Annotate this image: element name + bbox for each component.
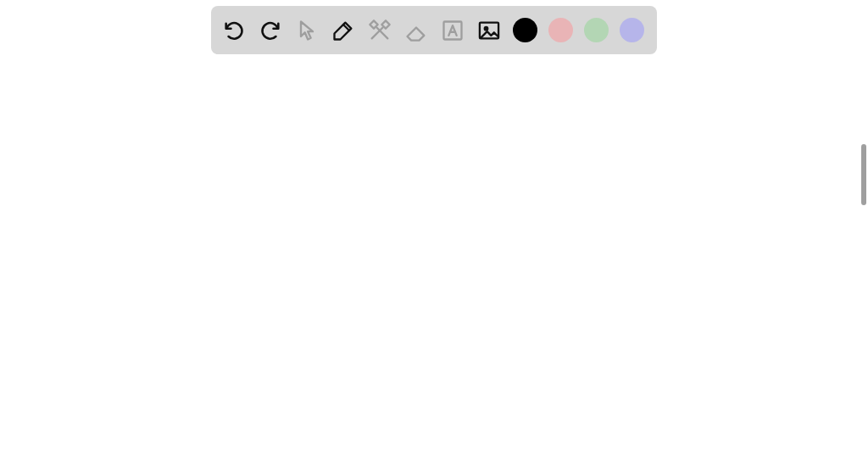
cursor-tool-button[interactable] bbox=[294, 18, 320, 43]
color-swatch-pink[interactable] bbox=[548, 18, 573, 42]
undo-icon bbox=[222, 19, 246, 42]
tools-icon bbox=[368, 19, 392, 42]
cursor-icon bbox=[295, 19, 319, 42]
pencil-icon bbox=[331, 19, 355, 42]
eraser-icon bbox=[404, 19, 428, 42]
image-tool-button[interactable] bbox=[476, 18, 502, 43]
color-swatch-purple[interactable] bbox=[620, 18, 644, 42]
toolbar bbox=[211, 6, 657, 54]
svg-rect-0 bbox=[444, 21, 462, 39]
eraser-tool-button[interactable] bbox=[403, 18, 429, 43]
undo-button[interactable] bbox=[221, 18, 247, 43]
text-icon bbox=[441, 19, 465, 42]
text-tool-button[interactable] bbox=[440, 18, 465, 43]
color-swatch-green[interactable] bbox=[584, 18, 609, 42]
tools-button[interactable] bbox=[367, 18, 392, 43]
svg-point-2 bbox=[485, 26, 488, 30]
color-swatch-black[interactable] bbox=[513, 18, 537, 42]
redo-icon bbox=[259, 19, 282, 42]
image-icon bbox=[477, 19, 501, 42]
pencil-tool-button[interactable] bbox=[331, 18, 356, 43]
redo-button[interactable] bbox=[258, 18, 283, 43]
scrollbar-thumb[interactable] bbox=[861, 144, 866, 205]
